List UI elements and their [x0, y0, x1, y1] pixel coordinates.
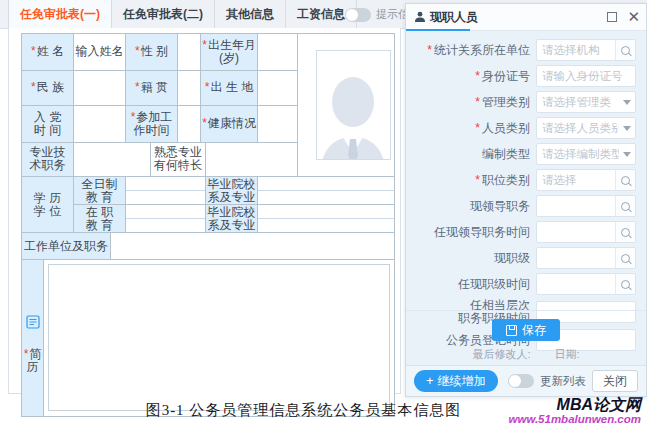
health-label: 健康情况	[201, 106, 258, 143]
ethnic-input[interactable]	[74, 70, 126, 105]
ethnic-label: 民 族	[22, 70, 74, 105]
panel-field-input[interactable]: 请选择	[536, 169, 636, 191]
search-icon[interactable]	[615, 248, 635, 268]
maximize-icon[interactable]	[607, 12, 617, 22]
party-time-label: 入 党 时 间	[22, 106, 74, 143]
prof-title-input[interactable]	[74, 142, 151, 176]
panel-field-input[interactable]: 请选择人员类别	[536, 117, 636, 139]
plus-icon: +	[426, 375, 434, 387]
hint-toggle-switch-icon[interactable]	[345, 8, 371, 22]
panel-header: 现职人员 ✕	[406, 4, 646, 31]
panel-field-label: 任现领导职务时间	[414, 226, 536, 239]
person-silhouette-icon	[317, 64, 390, 160]
resume-textarea[interactable]	[48, 264, 390, 411]
close-icon[interactable]: ✕	[627, 11, 640, 23]
panel-field-input[interactable]	[536, 273, 636, 295]
dropdown-arrow-icon[interactable]	[619, 152, 635, 157]
fulltime-edu-input[interactable]	[126, 177, 206, 205]
birthplace-label: 出 生 地	[201, 70, 258, 105]
birthplace-input[interactable]	[258, 70, 298, 105]
panel-field-input[interactable]: 请输入身份证号	[536, 65, 636, 87]
gender-input[interactable]	[178, 34, 201, 71]
search-icon[interactable]	[615, 274, 635, 294]
panel-field-label: 编制类型	[414, 148, 536, 161]
input-placeholder: 请选择人员类别	[537, 121, 619, 136]
panel-field-input[interactable]: 请选择编制类型	[536, 143, 636, 165]
panel-field-row: 任现领导职务时间	[414, 221, 646, 243]
panel-field-row: 现领导职务	[414, 195, 646, 217]
edu-degree-label: 学 历 学 位	[22, 177, 74, 233]
work-unit-input[interactable]	[111, 233, 395, 260]
input-placeholder: 请选择管理类	[537, 95, 619, 110]
resume-label: 简 历	[24, 347, 42, 374]
panel-field-input[interactable]	[536, 221, 636, 243]
update-list-label: 更新列表	[540, 374, 586, 389]
search-icon[interactable]	[615, 40, 635, 60]
panel-title: 现职人员	[430, 9, 478, 26]
panel-field-row: 编制类型请选择编制类型	[414, 143, 646, 165]
birth-input[interactable]	[258, 34, 298, 71]
native-input[interactable]	[178, 70, 201, 105]
save-area: 保存 最后修改人: 日期:	[406, 310, 646, 366]
input-placeholder: 请选择	[537, 173, 615, 188]
prof-title-label: 专业技 术职务	[22, 142, 74, 176]
college1-input[interactable]	[258, 177, 395, 205]
person-icon	[414, 11, 426, 23]
work-unit-label: 工作单位及职务	[22, 233, 111, 260]
work-start-input[interactable]	[178, 106, 201, 143]
specialty-input[interactable]	[206, 142, 298, 176]
birth-label: 出生年月 (岁)	[201, 34, 258, 71]
continue-add-button[interactable]: + 继续增加	[414, 370, 498, 392]
search-icon[interactable]	[615, 222, 635, 242]
party-time-input[interactable]	[74, 106, 126, 143]
photo-upload-cell[interactable]	[298, 34, 395, 177]
required-asterisk: *	[475, 95, 480, 109]
save-button[interactable]: 保存	[492, 319, 560, 341]
panel-field-row: *人员类别请选择人员类别	[414, 117, 646, 139]
panel-field-row: 现职级	[414, 247, 646, 269]
health-input[interactable]	[258, 106, 298, 143]
basic-info-table: 姓 名 输入姓名 性 别 出生年月 (岁)	[21, 33, 395, 417]
tab-1[interactable]: 任免审批表(一)	[8, 0, 112, 28]
panel-footer: + 继续增加 更新列表 关闭	[406, 365, 646, 396]
search-icon[interactable]	[615, 170, 635, 190]
input-placeholder: 请选择机构	[537, 43, 615, 58]
specialty-label: 熟悉专业 有何特长	[151, 142, 206, 176]
save-meta: 最后修改人: 日期:	[406, 347, 646, 362]
required-asterisk: *	[475, 121, 480, 135]
close-button[interactable]: 关闭	[592, 370, 638, 392]
panel-field-input[interactable]: 请选择机构	[536, 39, 636, 61]
required-asterisk: *	[475, 173, 480, 187]
watermark: MBA论文网 www.51mbalunwen.com	[509, 396, 642, 426]
tab-3[interactable]: 其他信息	[215, 0, 286, 28]
active-tab-indicator	[406, 29, 470, 31]
current-staff-panel: 现职人员 ✕ *统计关系所在单位请选择机构*身份证号请输入身份证号*管理类别请选…	[405, 3, 647, 397]
update-list-toggle[interactable]	[508, 374, 534, 388]
panel-field-row: *管理类别请选择管理类	[414, 91, 646, 113]
panel-field-row: *统计关系所在单位请选择机构	[414, 39, 646, 61]
panel-field-row: *身份证号请输入身份证号	[414, 65, 646, 87]
dropdown-arrow-icon[interactable]	[619, 126, 635, 131]
fulltime-edu-label: 全日制 教 育	[74, 177, 126, 205]
panel-field-input[interactable]	[536, 247, 636, 269]
name-input[interactable]: 输入姓名	[74, 34, 126, 71]
panel-field-label: 现职级	[414, 252, 536, 265]
date-label: 日期:	[555, 347, 580, 362]
panel-field-input[interactable]	[536, 195, 636, 217]
dropdown-arrow-icon[interactable]	[619, 100, 635, 105]
college2-label: 毕业院校 系及专业	[206, 205, 258, 233]
panel-field-label: *人员类别	[414, 122, 536, 135]
panel-field-input[interactable]: 请选择管理类	[536, 91, 636, 113]
college2-input[interactable]	[258, 205, 395, 233]
inservice-edu-input[interactable]	[126, 205, 206, 233]
input-placeholder: 请输入身份证号	[537, 69, 635, 84]
tab-list: 任免审批表(一)任免审批表(二)其他信息工资信息	[8, 0, 402, 28]
tab-2[interactable]: 任免审批表(二)	[112, 0, 215, 28]
inservice-edu-label: 在 职 教 育	[74, 205, 126, 233]
panel-field-label: *职位类别	[414, 174, 536, 187]
watermark-url: www.51mbalunwen.com	[509, 413, 642, 426]
search-icon[interactable]	[615, 196, 635, 216]
resume-cell	[44, 260, 395, 417]
photo-placeholder[interactable]	[316, 50, 391, 160]
name-label: 姓 名	[22, 34, 74, 71]
